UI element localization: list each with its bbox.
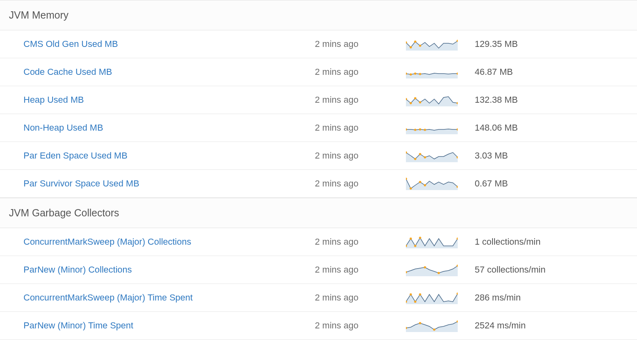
metric-value: 132.38 MB (475, 95, 628, 105)
metric-link[interactable]: Code Cache Used MB (23, 67, 112, 77)
metric-time: 2 mins ago (315, 320, 406, 331)
metric-link[interactable]: CMS Old Gen Used MB (23, 39, 118, 49)
metric-sparkline[interactable] (406, 148, 475, 163)
svg-point-46 (419, 322, 421, 324)
metric-value: 286 ms/min (475, 292, 628, 303)
svg-point-43 (419, 293, 421, 296)
metric-name-cell: Par Eden Space Used MB (23, 150, 315, 161)
metric-sparkline[interactable] (406, 65, 475, 79)
svg-point-38 (437, 272, 440, 274)
sparkline-icon (406, 37, 458, 51)
metric-name-cell: ParNew (Minor) Collections (23, 265, 315, 275)
metric-name-cell: ParNew (Minor) Time Spent (23, 320, 315, 331)
svg-point-19 (424, 129, 426, 131)
sparkline-icon (406, 65, 458, 79)
metric-row: ConcurrentMarkSweep (Major) Collections2… (0, 228, 637, 256)
sparkline-icon (406, 148, 458, 163)
svg-point-32 (410, 237, 412, 240)
svg-point-17 (414, 129, 416, 131)
svg-point-33 (414, 245, 416, 247)
metric-time: 2 mins ago (315, 178, 406, 189)
svg-point-18 (419, 128, 421, 131)
metric-time: 2 mins ago (315, 123, 406, 133)
metric-time: 2 mins ago (315, 292, 406, 303)
svg-point-27 (410, 187, 412, 190)
metric-link[interactable]: Heap Used MB (23, 95, 84, 105)
metric-time: 2 mins ago (315, 39, 406, 49)
metric-value: 2524 ms/min (475, 320, 628, 331)
metric-time: 2 mins ago (315, 67, 406, 77)
metric-link[interactable]: ConcurrentMarkSweep (Major) Collections (23, 237, 191, 247)
metric-row: Non-Heap Used MB2 mins ago 148.06 MB (0, 114, 637, 142)
metric-row: CMS Old Gen Used MB2 mins ago 129.35 MB (0, 30, 637, 58)
metric-sparkline[interactable] (406, 37, 475, 51)
svg-point-2 (410, 46, 412, 49)
metric-value: 1 collections/min (475, 237, 628, 247)
svg-point-23 (419, 153, 421, 155)
metric-sparkline[interactable] (406, 235, 475, 249)
svg-point-25 (406, 178, 407, 180)
svg-point-42 (414, 301, 416, 303)
metric-row: ParNew (Minor) Time Spent2 mins ago 2524… (0, 312, 637, 340)
sparkline-icon (406, 290, 458, 305)
metric-value: 148.06 MB (475, 123, 628, 133)
metric-time: 2 mins ago (315, 265, 406, 275)
metric-name-cell: Non-Heap Used MB (23, 123, 315, 133)
metric-link[interactable]: Non-Heap Used MB (23, 123, 103, 133)
sparkline-icon (406, 318, 458, 333)
metric-row: ParNew (Minor) Collections2 mins ago 57 … (0, 256, 637, 284)
metric-name-cell: Code Cache Used MB (23, 67, 315, 77)
metric-value: 3.03 MB (475, 150, 628, 161)
metric-name-cell: ConcurrentMarkSweep (Major) Time Spent (23, 292, 315, 303)
svg-point-14 (419, 101, 421, 104)
metric-name-cell: ConcurrentMarkSweep (Major) Collections (23, 237, 315, 247)
svg-point-28 (419, 181, 421, 183)
metric-sparkline[interactable] (406, 93, 475, 107)
metric-row: Heap Used MB2 mins ago 132.38 MB (0, 86, 637, 114)
svg-point-12 (410, 102, 412, 104)
sparkline-icon (406, 262, 458, 277)
sparkline-icon (406, 121, 458, 135)
svg-point-8 (414, 72, 416, 75)
svg-point-7 (410, 73, 412, 76)
metric-row: Par Survivor Space Used MB2 mins ago 0.6… (0, 170, 637, 198)
section-header: JVM Memory (0, 0, 637, 30)
svg-point-9 (419, 73, 421, 75)
metric-sparkline[interactable] (406, 318, 475, 333)
metric-sparkline[interactable] (406, 176, 475, 191)
section-header: JVM Garbage Collectors (0, 198, 637, 228)
metric-time: 2 mins ago (315, 237, 406, 247)
svg-point-37 (424, 266, 426, 269)
metric-row: Par Eden Space Used MB2 mins ago 3.03 MB (0, 142, 637, 170)
svg-point-41 (410, 293, 412, 296)
metric-row: ConcurrentMarkSweep (Major) Time Spent2 … (0, 284, 637, 312)
metric-name-cell: Par Survivor Space Used MB (23, 178, 315, 189)
metric-sparkline[interactable] (406, 262, 475, 277)
metric-value: 0.67 MB (475, 178, 628, 189)
metric-link[interactable]: Par Survivor Space Used MB (23, 178, 139, 188)
metric-time: 2 mins ago (315, 150, 406, 161)
metric-link[interactable]: ConcurrentMarkSweep (Major) Time Spent (23, 292, 193, 303)
metric-sparkline[interactable] (406, 290, 475, 305)
svg-point-24 (424, 156, 426, 159)
metric-link[interactable]: ParNew (Minor) Collections (23, 265, 132, 275)
svg-point-22 (414, 158, 416, 160)
svg-point-13 (414, 97, 416, 99)
sparkline-icon (406, 235, 458, 249)
metric-row: Code Cache Used MB2 mins ago 46.87 MB (0, 58, 637, 86)
metric-link[interactable]: Par Eden Space Used MB (23, 150, 127, 161)
svg-point-31 (457, 237, 458, 240)
svg-point-40 (457, 292, 458, 295)
svg-point-3 (414, 40, 416, 43)
sparkline-icon (406, 93, 458, 107)
metric-link[interactable]: ParNew (Minor) Time Spent (23, 320, 133, 330)
metric-value: 46.87 MB (475, 67, 628, 77)
svg-point-4 (419, 44, 421, 47)
svg-point-47 (433, 328, 435, 331)
metric-sparkline[interactable] (406, 121, 475, 135)
metric-value: 129.35 MB (475, 39, 628, 49)
metric-name-cell: Heap Used MB (23, 95, 315, 105)
svg-point-29 (424, 184, 426, 186)
metric-value: 57 collections/min (475, 265, 628, 275)
metric-name-cell: CMS Old Gen Used MB (23, 39, 315, 49)
